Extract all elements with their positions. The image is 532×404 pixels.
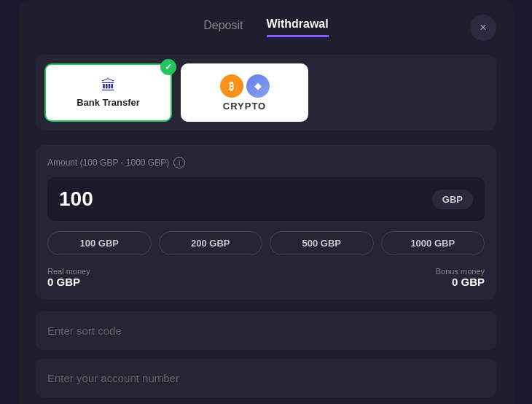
bonus-money-item: Bonus money 0 GBP [436,267,485,288]
selected-check: ✓ [160,59,176,75]
preset-amounts: 100 GBP 200 GBP 500 GBP 1000 GBP [47,231,485,255]
real-money-label: Real money [47,267,90,276]
real-money-value: 0 GBP [47,276,90,288]
money-info: Real money 0 GBP Bonus money 0 GBP [47,267,485,288]
close-button[interactable]: × [470,15,496,41]
bank-transfer-card[interactable]: ✓ 🏛 Bank Transfer [44,63,172,122]
crypto-icons: ₿ ◆ [220,74,270,98]
payment-methods-container: ✓ 🏛 Bank Transfer ₿ ◆ CRYPTO [36,55,496,131]
amount-section: Amount (100 GBP - 1000 GBP) i 100 GBP 10… [36,145,496,300]
modal: Deposit Withdrawal × ✓ 🏛 Bank Transfer ₿… [18,0,514,404]
info-icon: i [173,157,185,168]
preset-200[interactable]: 200 GBP [159,231,263,255]
preset-100[interactable]: 100 GBP [47,231,152,255]
bonus-money-value: 0 GBP [436,276,485,288]
currency-badge: GBP [432,190,473,209]
preset-500[interactable]: 500 GBP [270,231,374,255]
tabs: Deposit Withdrawal [203,18,328,37]
preset-1000[interactable]: 1000 GBP [381,231,485,255]
account-number-input[interactable] [36,359,496,397]
btc-icon: ₿ [220,74,243,98]
sort-code-input[interactable] [36,311,496,350]
amount-input-row: 100 GBP [47,177,485,221]
bank-icon: 🏛 [101,77,116,94]
eth-icon: ◆ [246,74,270,98]
bank-transfer-label: Bank Transfer [77,97,140,108]
bonus-money-label: Bonus money [436,267,485,276]
real-money-item: Real money 0 GBP [47,267,90,288]
amount-label: Amount (100 GBP - 1000 GBP) i [47,157,485,168]
crypto-card[interactable]: ₿ ◆ CRYPTO [181,63,308,122]
modal-header: Deposit Withdrawal × [36,18,496,37]
amount-value: 100 [59,187,93,211]
crypto-label: CRYPTO [223,101,266,112]
tab-deposit[interactable]: Deposit [203,18,243,37]
tab-withdrawal[interactable]: Withdrawal [267,18,329,37]
empty-card [317,63,445,122]
